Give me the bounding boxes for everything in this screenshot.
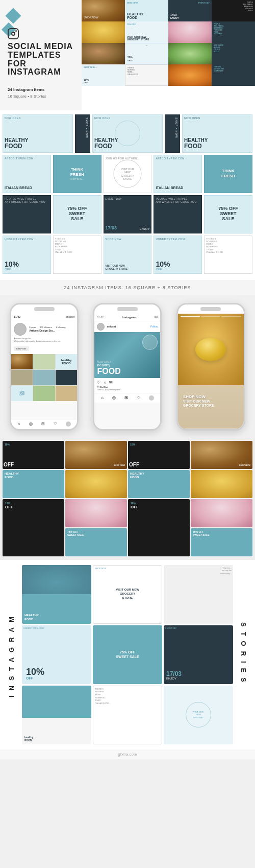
dt-cell-r4 [191, 470, 252, 498]
grid-cell-13: SHOP IN BL... 10%OFF [82, 64, 125, 86]
phone-notch-3 [200, 307, 221, 311]
items-count-label: 24 INSTAGRAM ITEMS: 16 SQUARE + 8 STORIE… [0, 280, 255, 295]
instagram-vertical-label: INSTAGRAM [3, 565, 20, 744]
dt-cell-r5 [191, 499, 252, 527]
story-card-9: VISIT OURNEWGROCERY [164, 686, 233, 744]
post-food-label: FOOD [97, 367, 158, 376]
sq-template-italian-2: ARTCO.TYPEM.COM ITALIAN BREAD [154, 155, 202, 193]
story-visit: VISIT OUR NEWGROCERY STORE [183, 400, 239, 408]
story-card-2: SHOP NOW VISIT OUR NEWGROCERYSTORE [93, 565, 162, 624]
phone-bottom-nav-1: ⌂ ◎ ⊞ ♡ [11, 419, 77, 429]
profile-stats: 0 posts806 followers8 following Articset… [29, 326, 65, 332]
phone-profile: 11:02 artiicset 0 posts806 followers8 fo… [10, 303, 79, 431]
grid-cell-9 [82, 43, 125, 64]
phone-story: SHOP NOW VISIT OUR NEWGROCERY STORE [176, 303, 245, 431]
phone-grid-cell-4 [11, 370, 33, 385]
phone-grid-cell-2 [33, 354, 55, 369]
dt-cell-r3: healthyFOOD [128, 470, 190, 498]
profile-avatar [14, 323, 27, 336]
post-avatar [97, 323, 105, 331]
nav-heart-2[interactable]: ♡ [137, 395, 140, 401]
sq-template-1: NOW OPEN healthyFOOD [3, 114, 73, 153]
template-row-2: ARTCO.TYPEM.COM ITALIAN BREAD THINKFRESH… [3, 155, 252, 193]
progress-bar-1 [181, 316, 200, 317]
grid-cell-5 [82, 21, 125, 43]
dt-cell-r2: SHOP NOW [191, 441, 252, 469]
sq-template-think: THINKFRESH SHOP IN BL... [53, 155, 101, 193]
phone-header-1: 11:02 artiicset [11, 314, 77, 320]
story-progress [181, 316, 241, 317]
phone-post: 11:02 Instagram ✉ articset Follow NOW OP… [93, 303, 162, 431]
phone-grid-cell-6 [56, 370, 77, 385]
dt-cell-6: 75% OFFSWEET SALE [65, 528, 127, 556]
like-icon[interactable]: ♡ [97, 380, 100, 385]
phone-profile-area: 0 posts806 followers8 following Articset… [11, 320, 77, 354]
phone-time-2: 11:02 [97, 316, 104, 319]
phone-mockups-section: 11:02 artiicset 0 posts806 followers8 fo… [0, 295, 255, 438]
phone-screen-1: 11:02 artiicset 0 posts806 followers8 fo… [11, 314, 77, 429]
dt-cell-1: 10% OFF [3, 441, 64, 469]
phone-notch-1 [34, 307, 55, 311]
stories-vertical-label: STORIES [235, 565, 252, 744]
sq-template-join: JOIN US FOR AUTHEN... VISIT OURNEWGROCER… [104, 155, 152, 193]
grid-cell-7 [168, 21, 212, 43]
sq-template-2: SHOP • NOW [75, 114, 90, 153]
template-row-3: PEOPLE WILL TRAVEL ANYWHERE FOR GOOD YOU… [3, 195, 252, 233]
dt-cell-3: healthyFOOD [3, 470, 64, 498]
phone-time-1: 11:02 [14, 315, 66, 318]
phone-grid-cell-9 [56, 386, 77, 401]
sq-template-visit: SHOP NOW VISIT OUR NEWGROCERY STORE [104, 236, 152, 274]
follow-btn[interactable]: Follow [150, 325, 158, 328]
stories-grid: healthyFOOD SHOP NOW VISIT OUR NEWGROCER… [20, 565, 235, 744]
profile-name: Articset Design Sto... [29, 329, 65, 332]
story-card-8: THERE'SNOTHINGMOREROMANTICTHANITALIAN FO… [93, 686, 162, 744]
template-row-4: UNDER.TYPEM.COM 10% OFF THERE'SNOTHINGMO… [3, 236, 252, 274]
sq-template-nothing: THERE'SNOTHINGMOREROMANTICTHANITALIAN FO… [53, 236, 101, 274]
phone-grid-cell-1 [11, 354, 33, 369]
nav-home-1[interactable]: ⌂ [18, 421, 20, 427]
story-card-4: UNDER.TYPEM.COM 10% OFF [22, 625, 91, 684]
grid-cell-15 [168, 64, 212, 86]
sq-template-10off-2: UNDER.TYPEM.COM 10% OFF [154, 236, 202, 274]
grid-cell-6: 75% OFF VISIT OUR NEWGROCERY STORE [125, 21, 168, 43]
dark-template-set-2: 10% OFF SHOP NOW healthyFOOD 10%OFF 75% … [128, 441, 252, 557]
grid-cell-1: SHOP NOW [82, 0, 125, 21]
comment-icon[interactable]: ○ [104, 380, 106, 385]
sq-template-people: PEOPLE WILL TRAVEL ANYWHERE FOR GOOD YOU [3, 195, 51, 233]
grid-cell-10: ••• 50%SALE [125, 43, 168, 64]
nav-profile-2[interactable] [149, 395, 154, 401]
post-date: June 11 to ◎ Marketplace [97, 388, 158, 391]
phone-handle-1: artiicset [66, 315, 74, 318]
instagram-icon [8, 28, 19, 39]
square-templates-section: NOW OPEN healthyFOOD SHOP • NOW NOW OPEN… [0, 110, 255, 280]
share-icon[interactable]: ✉ [109, 380, 113, 385]
grid-cell-16: Trip nos...set our thecommunity [212, 64, 255, 86]
nav-add-2[interactable]: ⊞ [124, 395, 128, 401]
nav-home-2[interactable]: ⌂ [101, 395, 104, 401]
phone-header-2: 11:02 Instagram ✉ [94, 314, 160, 321]
sq-template-5: NOW OPEN healthyFOOD [182, 114, 252, 153]
nav-search-2[interactable]: ◎ [112, 395, 116, 401]
nav-add-1[interactable]: ⊞ [41, 421, 45, 427]
grid-cell-4: PEOPLEWILL TRAVELANYWHEREFOR GOODFOOD [212, 0, 255, 21]
story-card-7: healthyFOOD [22, 686, 91, 744]
phone-notch-2 [117, 307, 138, 311]
template-row-1: NOW OPEN healthyFOOD SHOP • NOW NOW OPEN… [3, 114, 252, 153]
sq-template-think-2: THINKFRESH [204, 155, 252, 193]
progress-bar-2 [201, 316, 220, 317]
profile-bio: Articset Design Sto...We provide high-qu… [14, 337, 74, 342]
instagram-label: Instagram [104, 316, 155, 319]
soup-bowl [195, 338, 226, 361]
sq-template-italian: ARTCO.TYPEM.COM ITALIAN BREAD [3, 155, 51, 193]
nav-heart-1[interactable]: ♡ [54, 421, 57, 427]
grid-cell-11 [168, 43, 212, 64]
product-title: Social Media Templates for Instagram [8, 42, 74, 77]
nav-profile-1[interactable] [66, 421, 71, 427]
dt-cell-story-1: 10%OFF [3, 499, 64, 556]
nav-search-1[interactable]: ◎ [29, 421, 33, 427]
phone-grid-1: healthyFOOD 10%OFF [11, 354, 77, 401]
sq-template-4: SHOP • NOW [165, 114, 180, 153]
edit-profile-btn[interactable]: Edit Profile [14, 346, 29, 351]
post-actions: ♡ ○ ✉ ♡ Ela Blue June 11 to ◎ Marketplac… [94, 378, 160, 393]
grid-cell-3: EVENT DAY 17/03ENJOY [168, 0, 212, 21]
